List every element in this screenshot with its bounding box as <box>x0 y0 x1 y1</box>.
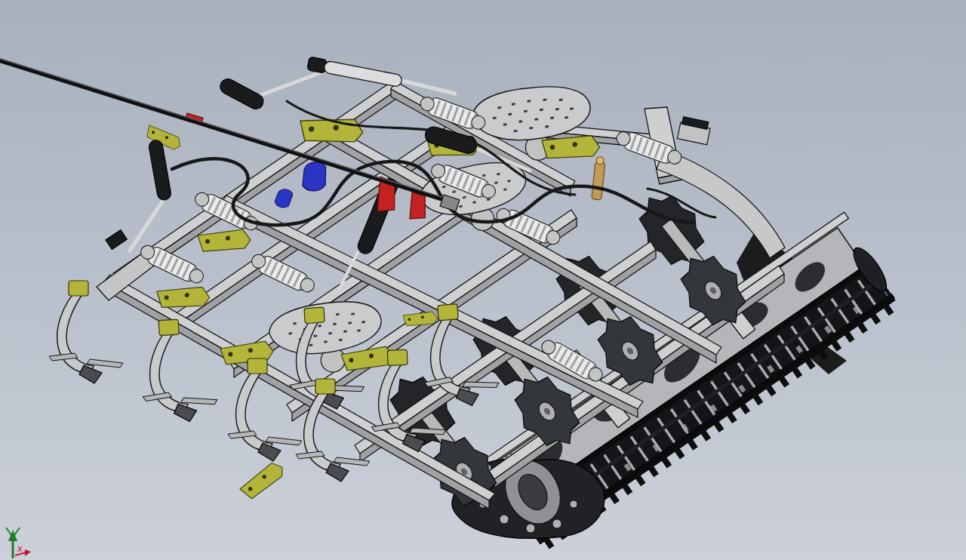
axis-x-label: x <box>17 543 23 554</box>
valve-block[interactable] <box>302 161 328 192</box>
cad-app-window: x <box>0 0 966 560</box>
cad-viewport[interactable]: x <box>0 0 966 560</box>
